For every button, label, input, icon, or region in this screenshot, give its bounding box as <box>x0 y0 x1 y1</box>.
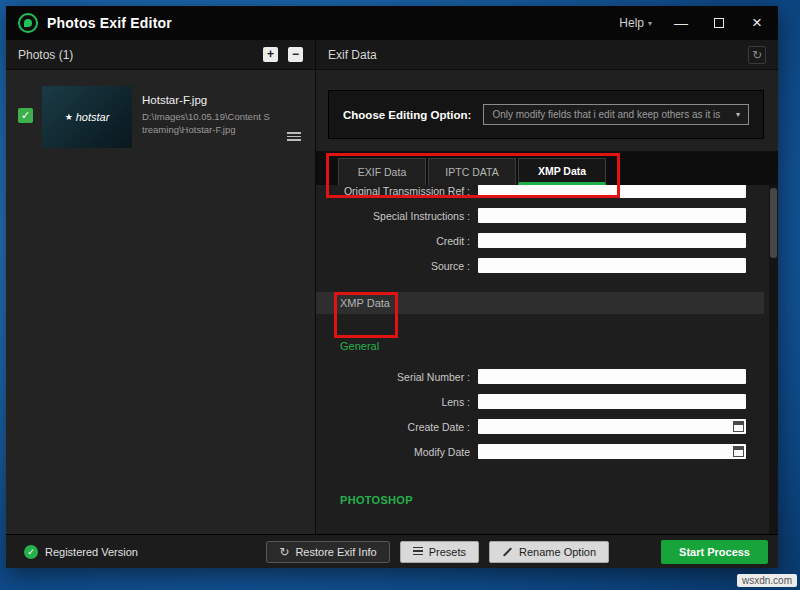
tab-xmp-data[interactable]: XMP Data <box>518 158 606 185</box>
app-window: Photos Exif Editor Help ▾ — × Photos (1)… <box>6 6 778 568</box>
check-icon: ✓ <box>21 109 30 121</box>
hotstar-logo-text: hotstar <box>76 111 110 123</box>
create-date-input[interactable] <box>478 419 746 434</box>
field-label: Create Date : <box>316 421 478 433</box>
hotstar-star-icon: ★ <box>65 112 73 122</box>
left-panel: Photos (1) + − ✓ ★ hotstar Hotst <box>6 40 316 534</box>
rename-option-button[interactable]: Rename Option <box>489 541 609 563</box>
restore-icon: ↻ <box>279 545 289 559</box>
field-label: Original Transmission Ref : <box>316 185 478 197</box>
chevron-down-icon: ▾ <box>736 110 740 119</box>
photoshop-section-label: PHOTOSHOP <box>340 494 764 506</box>
close-button[interactable]: × <box>748 14 766 32</box>
original-transmission-ref-input[interactable] <box>478 185 746 198</box>
bottom-bar: ✓ Registered Version ↻ Restore Exif Info… <box>6 534 778 568</box>
modify-date-input[interactable] <box>478 444 746 459</box>
app-logo-icon <box>18 13 38 33</box>
xmp-data-section-header: XMP Data <box>316 292 764 314</box>
refresh-button[interactable]: ↻ <box>748 46 766 64</box>
close-icon: × <box>752 13 762 32</box>
fields-scroll-area: Original Transmission Ref : Special Inst… <box>316 185 778 534</box>
minimize-icon: — <box>674 15 688 31</box>
calendar-icon[interactable] <box>733 446 744 457</box>
refresh-icon: ↻ <box>752 48 762 62</box>
photo-thumbnail: ★ hotstar <box>42 86 132 148</box>
field-row: Credit : <box>316 228 764 253</box>
field-label: Serial Number : <box>316 371 478 383</box>
plus-icon: + <box>267 47 274 61</box>
presets-icon <box>413 547 423 556</box>
special-instructions-input[interactable] <box>478 208 746 223</box>
titlebar: Photos Exif Editor Help ▾ — × <box>6 6 778 40</box>
pencil-icon <box>503 547 512 556</box>
editing-option-label: Choose Editing Option: <box>343 109 471 121</box>
photo-name: Hotstar-F.jpg <box>142 94 272 106</box>
field-row: Create Date : <box>316 414 764 439</box>
dropdown-selected-value: Only modify fields that i edit and keep … <box>492 109 720 120</box>
editing-option-box: Choose Editing Option: Only modify field… <box>328 90 764 139</box>
field-row: Serial Number : <box>316 364 764 389</box>
field-row: Lens : <box>316 389 764 414</box>
field-row: Special Instructions : <box>316 203 764 228</box>
presets-button[interactable]: Presets <box>400 541 479 563</box>
field-label: Modify Date <box>316 446 478 458</box>
tabs-bar: EXIF Data IPTC DATA XMP Data <box>316 151 778 185</box>
photos-count-label: Photos (1) <box>18 48 73 62</box>
help-label: Help <box>619 16 644 30</box>
maximize-icon <box>714 18 724 28</box>
registered-label: Registered Version <box>45 546 138 558</box>
add-photo-button[interactable]: + <box>263 47 278 62</box>
field-label: Special Instructions : <box>316 210 478 222</box>
registered-badge: ✓ Registered Version <box>16 545 138 559</box>
field-row: Modify Date <box>316 439 764 464</box>
minus-icon: − <box>292 47 299 61</box>
photo-checkbox[interactable]: ✓ <box>18 108 33 123</box>
scrollbar-thumb[interactable] <box>770 188 777 258</box>
photo-list: ✓ ★ hotstar Hotstar-F.jpg D:\Images\10.0… <box>6 70 315 534</box>
tab-exif-data[interactable]: EXIF Data <box>338 158 426 185</box>
tab-iptc-data[interactable]: IPTC DATA <box>428 158 516 185</box>
photo-path: D:\Images\10.05.19\Content Streaming\Hot… <box>142 111 272 137</box>
field-label: Source : <box>316 260 478 272</box>
watermark: wsxdn.com <box>737 574 797 587</box>
right-panel: Exif Data ↻ Choose Editing Option: Only … <box>316 40 778 534</box>
minimize-button[interactable]: — <box>672 14 690 32</box>
exif-data-header: Exif Data ↻ <box>316 40 778 70</box>
lens-input[interactable] <box>478 394 746 409</box>
remove-photo-button[interactable]: − <box>288 47 303 62</box>
app-title: Photos Exif Editor <box>47 15 172 31</box>
item-menu-icon[interactable] <box>287 132 301 141</box>
check-circle-icon: ✓ <box>24 545 38 559</box>
exif-header-title: Exif Data <box>328 48 377 62</box>
desktop-background: Photos Exif Editor Help ▾ — × Photos (1)… <box>0 0 800 590</box>
general-group-label: General <box>340 340 764 352</box>
chevron-down-icon: ▾ <box>648 19 652 28</box>
field-label: Lens : <box>316 396 478 408</box>
help-menu[interactable]: Help ▾ <box>619 16 652 30</box>
field-label: Credit : <box>316 235 478 247</box>
editing-option-dropdown[interactable]: Only modify fields that i edit and keep … <box>483 104 749 125</box>
credit-input[interactable] <box>478 233 746 248</box>
field-row: Original Transmission Ref : <box>316 185 764 203</box>
field-row: Source : <box>316 253 764 278</box>
maximize-button[interactable] <box>710 14 728 32</box>
start-process-button[interactable]: Start Process <box>661 540 768 564</box>
photos-header: Photos (1) + − <box>6 40 315 70</box>
source-input[interactable] <box>478 258 746 273</box>
calendar-icon[interactable] <box>733 421 744 432</box>
serial-number-input[interactable] <box>478 369 746 384</box>
photo-list-item[interactable]: ✓ ★ hotstar Hotstar-F.jpg D:\Images\10.0… <box>6 70 315 158</box>
restore-exif-button[interactable]: ↻ Restore Exif Info <box>266 541 389 563</box>
scrollbar[interactable] <box>769 185 778 534</box>
